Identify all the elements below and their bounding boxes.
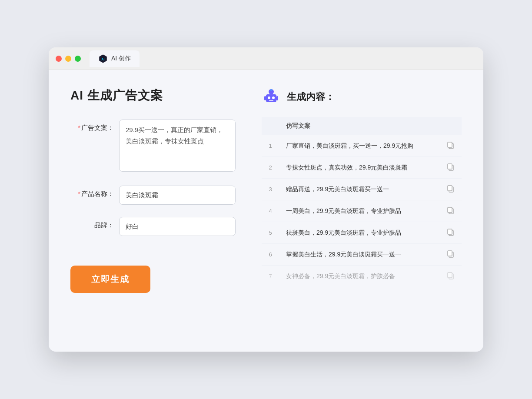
table-row: 5祛斑美白，29.9元美白淡斑霜，专业护肤品 <box>262 222 462 244</box>
svg-rect-8 <box>269 100 273 101</box>
svg-rect-16 <box>448 186 452 191</box>
brand-group: 品牌： <box>70 217 236 236</box>
table-row: 6掌握美白生活，29.9元美白淡斑霜买一送一 <box>262 244 462 266</box>
right-panel: 生成内容： 仿写文案 1厂家直销，美白淡斑霜，买一送一，29.9元抢购 2专抹女… <box>262 87 462 331</box>
copy-icon <box>447 272 455 279</box>
row-number: 2 <box>262 157 279 179</box>
generate-button[interactable]: 立即生成 <box>70 266 150 293</box>
copy-icon-button[interactable] <box>447 185 455 194</box>
svg-text:AI: AI <box>101 57 104 61</box>
copy-header: 仿写文案 <box>279 117 440 135</box>
ad-copy-group: *广告文案： 29.9买一送一，真正的厂家直销，美白淡斑霜，专抹女性斑点 <box>70 120 236 173</box>
copy-icon-button[interactable] <box>447 228 455 237</box>
traffic-lights <box>56 56 81 62</box>
table-row: 7女神必备，29.9元美白淡斑霜，护肤必备 <box>262 266 462 287</box>
brand-input-wrap <box>119 217 236 236</box>
copy-button-cell <box>440 222 462 244</box>
minimize-button[interactable] <box>65 56 71 62</box>
copy-icon-button[interactable] <box>447 272 455 281</box>
browser-window: AI AI 创作 AI 生成广告文案 *广告文案： 29.9买一送一，真正的厂家… <box>49 47 483 352</box>
robot-icon <box>262 87 281 106</box>
row-number: 5 <box>262 222 279 244</box>
tab-label: AI 创作 <box>111 55 131 63</box>
ad-copy-input-wrap: 29.9买一送一，真正的厂家直销，美白淡斑霜，专抹女性斑点 <box>119 120 236 173</box>
titlebar: AI AI 创作 <box>49 47 483 70</box>
left-panel: AI 生成广告文案 *广告文案： 29.9买一送一，真正的厂家直销，美白淡斑霜，… <box>70 87 236 331</box>
copy-text: 祛斑美白，29.9元美白淡斑霜，专业护肤品 <box>279 222 440 244</box>
maximize-button[interactable] <box>75 56 81 62</box>
copy-button-cell <box>440 157 462 179</box>
copy-text: 厂家直销，美白淡斑霜，买一送一，29.9元抢购 <box>279 135 440 157</box>
copy-text: 掌握美白生活，29.9元美白淡斑霜买一送一 <box>279 244 440 266</box>
row-number: 4 <box>262 200 279 222</box>
product-name-group: *产品名称： <box>70 186 236 205</box>
copy-icon-button[interactable] <box>447 206 455 216</box>
svg-rect-5 <box>276 96 278 100</box>
svg-rect-22 <box>448 251 452 256</box>
copy-text: 一周美白，29.9元美白淡斑霜，专业护肤品 <box>279 200 440 222</box>
brand-input[interactable] <box>119 217 236 236</box>
svg-rect-18 <box>448 207 452 213</box>
copy-icon-button[interactable] <box>447 163 455 172</box>
table-row: 1厂家直销，美白淡斑霜，买一送一，29.9元抢购 <box>262 135 462 157</box>
table-row: 2专抹女性斑点，真实功效，29.9元美白淡斑霜 <box>262 157 462 179</box>
copy-text: 专抹女性斑点，真实功效，29.9元美白淡斑霜 <box>279 157 440 179</box>
svg-point-9 <box>270 89 272 91</box>
svg-rect-20 <box>448 229 452 234</box>
svg-point-6 <box>268 96 270 99</box>
right-title: 生成内容： <box>287 90 335 103</box>
copy-icon <box>447 141 455 149</box>
row-number: 3 <box>262 179 279 200</box>
svg-rect-4 <box>264 96 266 100</box>
copy-text: 赠品再送，29.9元美白淡斑霜买一送一 <box>279 179 440 200</box>
copy-icon-button[interactable] <box>447 250 455 259</box>
action-header <box>440 117 462 135</box>
ad-copy-label: *广告文案： <box>70 120 114 132</box>
product-name-input[interactable] <box>119 186 236 205</box>
ai-tab-icon: AI <box>98 54 108 63</box>
required-star-2: * <box>78 190 80 197</box>
svg-rect-24 <box>448 273 452 278</box>
main-content: AI 生成广告文案 *广告文案： 29.9买一送一，真正的厂家直销，美白淡斑霜，… <box>49 70 483 348</box>
results-table: 仿写文案 1厂家直销，美白淡斑霜，买一送一，29.9元抢购 2专抹女性斑点，真实… <box>262 117 462 287</box>
table-row: 3赠品再送，29.9元美白淡斑霜买一送一 <box>262 179 462 200</box>
row-number: 6 <box>262 244 279 266</box>
copy-icon <box>447 228 455 236</box>
page-title: AI 生成广告文案 <box>70 87 236 104</box>
close-button[interactable] <box>56 56 62 62</box>
table-row: 4一周美白，29.9元美白淡斑霜，专业护肤品 <box>262 200 462 222</box>
brand-label: 品牌： <box>70 217 114 229</box>
required-star-1: * <box>78 124 80 131</box>
copy-button-cell <box>440 135 462 157</box>
svg-point-7 <box>272 96 275 99</box>
copy-button-cell <box>440 244 462 266</box>
copy-icon-button[interactable] <box>447 141 455 150</box>
copy-icon <box>447 185 455 193</box>
product-name-input-wrap <box>119 186 236 205</box>
copy-text: 女神必备，29.9元美白淡斑霜，护肤必备 <box>279 266 440 287</box>
ai-tab[interactable]: AI AI 创作 <box>90 50 140 67</box>
num-header <box>262 117 279 135</box>
copy-icon <box>447 206 455 214</box>
product-name-label: *产品名称： <box>70 186 114 198</box>
svg-rect-12 <box>448 142 452 147</box>
svg-rect-14 <box>448 164 452 169</box>
row-number: 7 <box>262 266 279 287</box>
right-header: 生成内容： <box>262 87 462 106</box>
ad-copy-textarea[interactable]: 29.9买一送一，真正的厂家直销，美白淡斑霜，专抹女性斑点 <box>119 120 236 172</box>
copy-button-cell <box>440 179 462 200</box>
copy-button-cell <box>440 200 462 222</box>
copy-icon <box>447 163 455 171</box>
row-number: 1 <box>262 135 279 157</box>
copy-icon <box>447 250 455 258</box>
copy-button-cell <box>440 266 462 287</box>
